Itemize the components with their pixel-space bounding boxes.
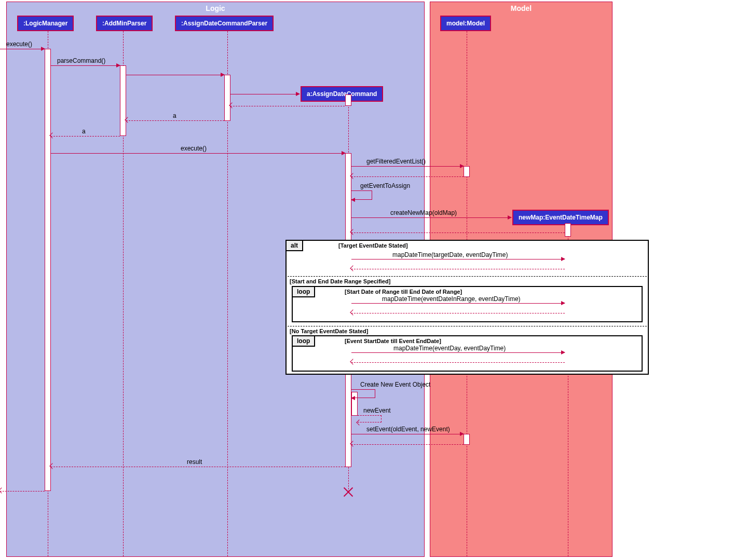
- sequence-diagram: Logic Model :LogicManager :AddMinParser …: [0, 0, 735, 560]
- arrow-parsecommand: [51, 65, 120, 66]
- lifeline-head-addminparser: :AddMinParser: [96, 16, 153, 31]
- msg-geteventtoassign: getEventToAssign: [360, 182, 410, 189]
- arrow-execute2: [51, 153, 345, 154]
- frag-loop2-label: loop: [293, 336, 315, 347]
- msg-return-a2: a: [82, 128, 86, 135]
- arrow-mapdatetime3: [351, 352, 565, 353]
- fragment-loop2: loop [Event StartDate till Event EndDate…: [292, 335, 643, 372]
- arrow-return-a2: [51, 136, 120, 136]
- frag-alt-div1: [288, 276, 647, 277]
- activation-assigndatecommand-create: [345, 94, 351, 106]
- msg-return-a1: a: [173, 112, 176, 119]
- arrow-getfiltered: [351, 166, 464, 167]
- arrow-return-a1: [126, 120, 224, 121]
- msg-execute2: execute(): [181, 145, 207, 152]
- lifeline-head-model: model:Model: [440, 16, 491, 31]
- arrow-to-parser: [126, 75, 224, 75]
- fragment-loop1: loop [Start Date of Range till End Date …: [292, 286, 643, 322]
- frag-loop1-cond: [Start Date of Range till End Date of Ra…: [345, 289, 462, 295]
- frag-alt-label: alt: [287, 241, 303, 251]
- activation-model-1: [464, 166, 470, 177]
- msg-mapdatetime1: mapDateTime(targetDate, eventDayTime): [392, 251, 508, 258]
- frag-loop2-cond: [Event StartDate till Event EndDate]: [345, 338, 441, 344]
- msg-newevent: newEvent: [363, 407, 391, 414]
- lifeline-head-newmap: newMap:EventDateTimeMap: [512, 210, 609, 225]
- msg-parsecommand: parseCommand(): [57, 57, 105, 64]
- lifeline-head-assigndatecommand: a:AssignDateCommand: [301, 86, 383, 102]
- activation-addminparser: [120, 65, 126, 136]
- self-newevent-ret: [358, 415, 382, 422]
- msg-setevent: setEvent(oldEvent, newEvent): [366, 426, 450, 433]
- arrow-result: [51, 467, 345, 467]
- msg-result: result: [187, 458, 202, 466]
- frame-logic-title: Logic: [206, 4, 225, 12]
- frag-alt-cond3: [No Target EventDate Stated]: [290, 328, 368, 334]
- frag-alt-cond1: [Target EventDate Stated]: [338, 242, 408, 249]
- msg-getfiltered: getFilteredEventList(): [366, 158, 426, 165]
- arrow-createnewmap-ret: [351, 233, 565, 233]
- arrow-getfiltered-ret: [351, 176, 464, 177]
- self-geteventtoassign: [351, 190, 372, 200]
- frame-model-title: Model: [511, 4, 532, 12]
- arrow-create-command: [230, 94, 300, 94]
- arrow-out-return: [0, 491, 45, 491]
- arrow-mapdatetime2: [351, 303, 565, 304]
- msg-execute-in: execute(): [6, 40, 32, 48]
- activation-logicmanager: [45, 49, 51, 491]
- arrow-mapdatetime1: [351, 259, 565, 259]
- msg-createnewmap: createNewMap(oldMap): [390, 209, 457, 216]
- lifeline-head-logicmanager: :LogicManager: [17, 16, 74, 31]
- frag-alt-cond2: [Start and End Date Range Specified]: [290, 278, 390, 284]
- frag-loop1-label: loop: [293, 287, 315, 297]
- arrow-mapdatetime2-ret: [351, 313, 565, 313]
- msg-mapdatetime3: mapDateTime(eventDay, eventDayTime): [393, 345, 506, 352]
- msg-createnewevent: Create New Event Object: [360, 381, 430, 388]
- self-createnewevent: [351, 389, 375, 398]
- arrow-mapdatetime1-ret: [351, 269, 565, 269]
- activation-assigndatecommandparser: [224, 75, 230, 121]
- frag-alt-div2: [288, 326, 647, 326]
- lifeline-head-assigndatecommandparser: :AssignDateCommandParser: [175, 16, 274, 31]
- activation-model-2: [464, 434, 470, 445]
- arrow-setevent-ret: [351, 444, 464, 445]
- arrow-createnewmap: [351, 217, 511, 218]
- destroy-assigndatecommand: [343, 487, 353, 497]
- activation-newmap-create: [565, 223, 571, 237]
- arrow-setevent: [351, 434, 464, 434]
- arrow-mapdatetime3-ret: [351, 362, 565, 363]
- arrow-return-to-parser: [230, 106, 345, 106]
- arrow-execute-in: [0, 49, 45, 49]
- msg-mapdatetime2: mapDateTime(eventDateInRange, eventDayTi…: [382, 295, 521, 303]
